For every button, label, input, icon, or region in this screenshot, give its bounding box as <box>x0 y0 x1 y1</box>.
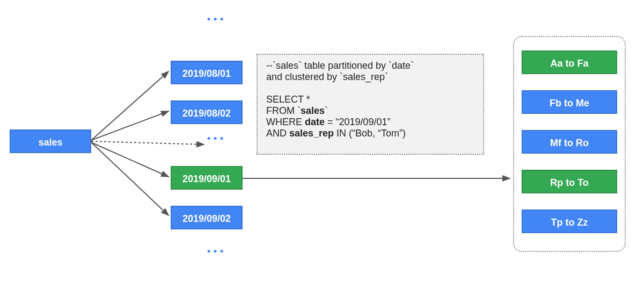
cluster-node-5: Tp to Zz <box>522 210 617 233</box>
code-where: WHERE date = “2019/09/01” <box>266 117 474 128</box>
svg-line-2 <box>91 141 204 145</box>
partition-node-1: 2019/08/01 <box>171 61 243 84</box>
partition-node-selected: 2019/09/01 <box>171 166 243 190</box>
svg-line-1 <box>91 111 169 140</box>
cluster-node-3: Mf to Ro <box>522 130 617 154</box>
partition-node-4: 2019/09/02 <box>171 206 243 229</box>
ellipsis-mid-icon: ●●● <box>206 134 225 143</box>
svg-line-3 <box>91 142 169 177</box>
partition-node-2: 2019/08/02 <box>171 100 243 124</box>
sql-code-box: --`sales` table partitioned by `date` an… <box>257 54 484 155</box>
code-comment-1: --`sales` table partitioned by `date` <box>266 60 474 71</box>
code-and: AND sales_rep IN (“Bob, “Tom”) <box>266 128 474 139</box>
code-blank <box>266 83 474 94</box>
svg-line-0 <box>91 71 169 140</box>
code-from: FROM `sales` <box>266 105 474 117</box>
cluster-node-4: Rp to To <box>522 170 617 193</box>
cluster-node-1: Aa to Fa <box>522 50 617 74</box>
svg-line-4 <box>91 142 169 215</box>
source-table-node: sales <box>10 129 91 153</box>
code-comment-2: and clustered by `sales_rep` <box>266 71 474 83</box>
ellipsis-top-icon: ●●● <box>206 15 225 24</box>
code-select: SELECT * <box>266 94 474 105</box>
ellipsis-bottom-icon: ●●● <box>206 247 225 256</box>
cluster-node-2: Fb to Me <box>522 90 617 114</box>
